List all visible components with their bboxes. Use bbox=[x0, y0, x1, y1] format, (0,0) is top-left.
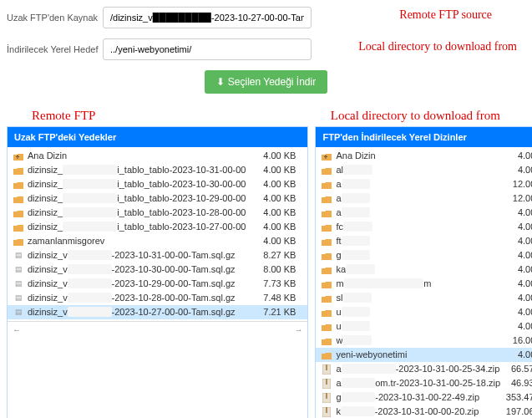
file-size: 7.73 KB bbox=[246, 278, 302, 290]
nav-right-icon[interactable]: → bbox=[294, 325, 302, 334]
download-button-label: Seçilen Yedeği İndir bbox=[228, 76, 316, 88]
file-name: a bbox=[336, 192, 500, 205]
file-row[interactable]: fc 4.00 KB bbox=[316, 220, 532, 234]
file-size: 4.00 KB bbox=[246, 206, 302, 219]
file-row[interactable]: ▤dizinsiz_v -2023-10-28-00-00-Tam.sql.gz… bbox=[8, 291, 307, 305]
file-name: k -2023-10-31-00-00-20.zip bbox=[336, 405, 500, 418]
local-panel-title: FTP'den İndirilecek Yerel Dizinler bbox=[316, 127, 532, 147]
file-name: dizinsiz_ i_tablo_tablo-2023-10-27-00-00 bbox=[28, 221, 246, 233]
file-row[interactable]: g 4.00 KB bbox=[316, 248, 532, 263]
file-name: ft bbox=[336, 235, 500, 247]
folder-icon bbox=[13, 180, 24, 190]
sql-icon: ▤ bbox=[13, 265, 24, 275]
sql-icon: ▤ bbox=[13, 251, 24, 261]
file-name: dizinsiz_ i_tablo_tablo-2023-10-29-00-00 bbox=[28, 192, 246, 205]
download-button[interactable]: ⬇Seçilen Yedeği İndir bbox=[205, 70, 327, 94]
target-input[interactable] bbox=[103, 38, 312, 60]
file-size: 4.00 KB bbox=[246, 178, 302, 191]
file-size: 8.27 KB bbox=[246, 249, 302, 262]
file-row[interactable]: dizinsiz_ i_tablo_tablo-2023-10-29-00-00… bbox=[8, 191, 307, 206]
file-size: 4.00 KB bbox=[500, 221, 532, 233]
file-size: 4.00 KB bbox=[500, 249, 532, 262]
folder-icon bbox=[321, 265, 332, 275]
file-name: Ana Dizin bbox=[28, 150, 246, 162]
folder-icon bbox=[321, 293, 332, 303]
file-row[interactable]: m m4.00 KB bbox=[316, 277, 532, 291]
zip-icon bbox=[321, 393, 332, 403]
file-size: 4.00 KB bbox=[500, 263, 532, 276]
file-row[interactable]: g -2023-10-31-00-22-49.zip353.47 MB bbox=[316, 390, 532, 405]
file-name: u bbox=[336, 320, 500, 333]
file-row[interactable]: ▤dizinsiz_v -2023-10-27-00-00-Tam.sql.gz… bbox=[8, 305, 307, 319]
file-row[interactable]: Ana Dizin4.00 KB bbox=[8, 149, 307, 163]
remote-file-list[interactable]: Ana Dizin4.00 KBdizinsiz_ i_tablo_tablo-… bbox=[8, 147, 307, 321]
file-name: zamanlanmisgorev bbox=[28, 235, 246, 247]
file-row[interactable]: dizinsiz_ i_tablo_tablo-2023-10-31-00-00… bbox=[8, 163, 307, 177]
file-size: 4.00 KB bbox=[246, 192, 302, 205]
sql-icon: ▤ bbox=[13, 308, 24, 318]
sql-icon: ▤ bbox=[13, 279, 24, 289]
local-panel: FTP'den İndirilecek Yerel Dizinler Ana D… bbox=[315, 126, 532, 418]
folder-icon bbox=[321, 251, 332, 261]
file-size: 197.06 MB bbox=[500, 405, 532, 418]
source-input[interactable] bbox=[103, 7, 312, 28]
file-row[interactable]: dizinsiz_ i_tablo_tablo-2023-10-28-00-00… bbox=[8, 206, 307, 220]
file-row[interactable]: zamanlanmisgorev4.00 KB bbox=[8, 234, 307, 248]
file-row[interactable]: a 12.00 KB bbox=[316, 177, 532, 191]
file-row[interactable]: al 4.00 KB bbox=[316, 163, 532, 177]
folder-icon bbox=[321, 237, 332, 247]
file-row[interactable]: Ana Dizin4.00 KB bbox=[316, 149, 532, 163]
file-name: dizinsiz_ i_tablo_tablo-2023-10-28-00-00 bbox=[28, 206, 246, 219]
file-size: 4.00 KB bbox=[246, 150, 302, 162]
remote-section-label: Remote FTP bbox=[32, 109, 95, 123]
file-row[interactable]: dizinsiz_ i_tablo_tablo-2023-10-27-00-00… bbox=[8, 220, 307, 234]
svg-rect-7 bbox=[326, 407, 327, 413]
download-icon: ⬇ bbox=[216, 76, 225, 88]
file-row[interactable]: sl 4.00 KB bbox=[316, 291, 532, 305]
file-row[interactable]: u 4.00 KB bbox=[316, 305, 532, 319]
file-size: 4.00 KB bbox=[500, 150, 532, 162]
file-row[interactable]: yeni-webyonetimi4.00 KB bbox=[316, 348, 532, 362]
local-file-list[interactable]: Ana Dizin4.00 KBal 4.00 KBa 12.00 KBa 12… bbox=[316, 147, 532, 418]
file-name: dizinsiz_ i_tablo_tablo-2023-10-30-00-00 bbox=[28, 178, 246, 191]
file-size: 4.00 KB bbox=[500, 278, 532, 290]
file-name: sl bbox=[336, 292, 500, 304]
file-name: dizinsiz_v -2023-10-29-00-00-Tam.sql.gz bbox=[28, 278, 246, 290]
file-size: 4.00 KB bbox=[246, 221, 302, 233]
file-size: 7.21 KB bbox=[246, 306, 302, 319]
file-row[interactable]: w 16.00 KB bbox=[316, 334, 532, 348]
file-row[interactable]: u 4.00 KB bbox=[316, 319, 532, 334]
file-size: 4.00 KB bbox=[246, 164, 302, 176]
file-size: 7.48 KB bbox=[246, 292, 302, 304]
file-row[interactable]: a 4.00 KB bbox=[316, 206, 532, 220]
file-row[interactable]: a 12.00 KB bbox=[316, 191, 532, 206]
file-name: m m bbox=[336, 278, 500, 290]
file-row[interactable]: ▤dizinsiz_v -2023-10-30-00-00-Tam.sql.gz… bbox=[8, 263, 307, 277]
file-size: 4.00 KB bbox=[500, 292, 532, 304]
file-name: g bbox=[336, 249, 500, 262]
file-name: g -2023-10-31-00-22-49.zip bbox=[336, 391, 500, 404]
file-row[interactable]: a -2023-10-31-00-25-34.zip66.57 MB bbox=[316, 362, 532, 376]
folder-icon bbox=[13, 237, 24, 247]
file-size: 12.00 KB bbox=[500, 178, 532, 191]
file-row[interactable]: ▤dizinsiz_v -2023-10-31-00-00-Tam.sql.gz… bbox=[8, 248, 307, 263]
file-row[interactable]: a om.tr-2023-10-31-00-25-18.zip46.93 MB bbox=[316, 376, 532, 390]
source-annotation: Remote FTP source bbox=[399, 8, 492, 22]
file-row[interactable]: ft 4.00 KB bbox=[316, 234, 532, 248]
folder-icon bbox=[321, 350, 332, 360]
folder-icon bbox=[321, 166, 332, 176]
file-name: ka bbox=[336, 263, 500, 276]
file-row[interactable]: ka 4.00 KB bbox=[316, 263, 532, 277]
file-size: 4.00 KB bbox=[500, 164, 532, 176]
nav-left-icon[interactable]: ← bbox=[13, 325, 21, 334]
folder-icon bbox=[321, 180, 332, 190]
file-name: a bbox=[336, 178, 500, 191]
file-size: 8.00 KB bbox=[246, 263, 302, 276]
file-row[interactable]: dizinsiz_ i_tablo_tablo-2023-10-30-00-00… bbox=[8, 177, 307, 191]
file-row[interactable]: k -2023-10-31-00-00-20.zip197.06 MB bbox=[316, 405, 532, 418]
zip-icon bbox=[321, 364, 332, 375]
remote-panel-title: Uzak FTP'deki Yedekler bbox=[8, 127, 307, 147]
file-name: u bbox=[336, 306, 500, 319]
up-icon bbox=[13, 151, 24, 161]
file-row[interactable]: ▤dizinsiz_v -2023-10-29-00-00-Tam.sql.gz… bbox=[8, 277, 307, 291]
